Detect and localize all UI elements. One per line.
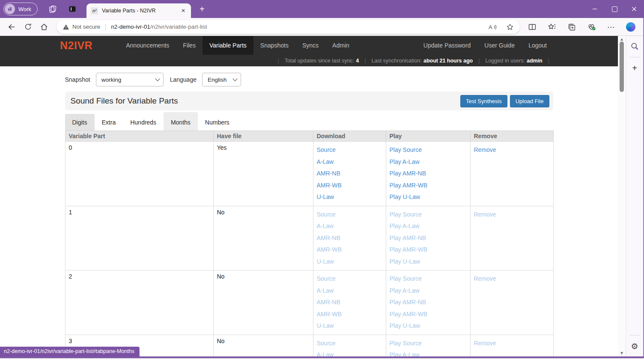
page-scrollbar[interactable]: ▲ ▼ — [618, 36, 626, 356]
nav-item-variable-parts[interactable]: Variable Parts — [203, 36, 253, 55]
maximize-button[interactable] — [605, 0, 624, 18]
download-u-law-link[interactable]: U-Law — [317, 256, 382, 268]
sidebar-add-icon[interactable]: + — [629, 63, 640, 73]
tab-months[interactable]: Months — [164, 112, 198, 131]
scroll-up-icon[interactable]: ▲ — [618, 37, 626, 41]
snapshot-value: working — [101, 77, 122, 83]
page-header-panel: Sound Files for Variable Parts Test Synt… — [65, 92, 553, 110]
tab-actions-icon[interactable] — [68, 4, 77, 14]
download-source-link[interactable]: Source — [317, 338, 382, 350]
tab-numbers[interactable]: Numbers — [198, 114, 237, 131]
download-cell: SourceA-LawAMR-NBAMR-WBU-Law — [313, 270, 386, 335]
download-a-law-link[interactable]: A-Law — [317, 349, 382, 356]
download-u-law-link[interactable]: U-Law — [317, 191, 382, 203]
scrollbar-thumb[interactable] — [620, 42, 624, 92]
nav-item-logout[interactable]: Logout — [522, 36, 554, 55]
play-source-link[interactable]: Play Source — [390, 338, 467, 350]
status-separator: | — [364, 58, 366, 64]
edge-sidebar: + ⚙ — [626, 36, 643, 356]
profile-button[interactable]: Work — [3, 3, 38, 15]
upload-file-button[interactable]: Upload File — [510, 95, 549, 107]
download-a-law-link[interactable]: A-Law — [317, 220, 382, 232]
copilot-icon[interactable] — [626, 22, 635, 32]
sync-status-bar: |Total updates since last sync:4|Last sy… — [0, 55, 618, 66]
play-amr-nb-link[interactable]: Play AMR-NB — [390, 297, 467, 309]
remove-link[interactable]: Remove — [474, 209, 550, 221]
download-amr-nb-link[interactable]: AMR-NB — [317, 168, 382, 180]
language-select[interactable]: English — [202, 73, 241, 86]
back-icon[interactable] — [3, 20, 20, 34]
download-u-law-link[interactable]: U-Law — [317, 320, 382, 332]
refresh-icon[interactable] — [20, 20, 36, 34]
play-u-law-link[interactable]: Play U-Law — [390, 256, 467, 268]
snapshot-label: Snapshot — [65, 76, 90, 83]
tab-extra[interactable]: Extra — [95, 114, 123, 131]
browser-toolbar: Not secure n2-demo-ivr-01/n2ivr/variable… — [0, 18, 644, 36]
split-screen-icon[interactable] — [528, 22, 537, 32]
nav-item-announcements[interactable]: Announcements — [119, 36, 176, 55]
play-amr-nb-link[interactable]: Play AMR-NB — [390, 168, 467, 180]
new-tab-button[interactable]: + — [197, 4, 207, 14]
sidebar-settings-icon[interactable]: ⚙ — [629, 341, 640, 351]
nav-item-files[interactable]: Files — [176, 36, 203, 55]
minimize-button[interactable] — [585, 0, 605, 18]
nav-item-admin[interactable]: Admin — [325, 36, 356, 55]
collections-icon[interactable] — [567, 22, 576, 32]
close-button[interactable] — [624, 0, 644, 18]
download-amr-nb-link[interactable]: AMR-NB — [317, 232, 382, 244]
snapshot-select[interactable]: working — [96, 73, 164, 86]
download-amr-nb-link[interactable]: AMR-NB — [317, 297, 382, 309]
remove-cell: Remove — [470, 206, 553, 270]
read-aloud-icon[interactable]: A — [488, 23, 498, 31]
play-u-law-link[interactable]: Play U-Law — [390, 191, 467, 203]
play-source-link[interactable]: Play Source — [390, 209, 467, 221]
download-source-link[interactable]: Source — [317, 144, 382, 156]
tab-close-icon[interactable]: ✕ — [180, 8, 187, 14]
download-source-link[interactable]: Source — [317, 209, 382, 221]
home-icon[interactable] — [36, 20, 52, 34]
play-a-law-link[interactable]: Play A-Law — [390, 220, 467, 232]
remove-link[interactable]: Remove — [474, 338, 550, 350]
nav-item-update-password[interactable]: Update Password — [417, 36, 478, 55]
play-source-link[interactable]: Play Source — [390, 273, 467, 285]
play-amr-wb-link[interactable]: Play AMR-WB — [390, 244, 467, 256]
sidebar-search-icon[interactable] — [629, 41, 640, 51]
download-a-law-link[interactable]: A-Law — [317, 156, 382, 168]
tab-digits[interactable]: Digits — [65, 114, 95, 131]
play-amr-wb-link[interactable]: Play AMR-WB — [390, 180, 467, 192]
tab-hundreds[interactable]: Hundreds — [123, 114, 164, 131]
nav-item-syncs[interactable]: Syncs — [295, 36, 325, 55]
play-amr-nb-link[interactable]: Play AMR-NB — [390, 232, 467, 244]
app-logo[interactable]: N2IVR — [60, 36, 92, 55]
favorite-star-icon[interactable] — [506, 23, 514, 31]
remove-link[interactable]: Remove — [474, 273, 550, 285]
play-a-law-link[interactable]: Play A-Law — [390, 285, 467, 297]
download-a-law-link[interactable]: A-Law — [317, 285, 382, 297]
nav-item-snapshots[interactable]: Snapshots — [253, 36, 295, 55]
workspaces-icon[interactable] — [48, 4, 57, 14]
chevron-down-icon — [233, 76, 237, 81]
play-u-law-link[interactable]: Play U-Law — [390, 320, 467, 332]
remove-link[interactable]: Remove — [474, 144, 550, 156]
not-secure-warning-icon — [63, 24, 69, 30]
play-amr-wb-link[interactable]: Play AMR-WB — [390, 309, 467, 320]
browser-tab[interactable]: n² Variable Parts - N2IVR ✕ — [86, 3, 191, 18]
scroll-down-icon[interactable]: ▼ — [618, 351, 626, 355]
download-amr-wb-link[interactable]: AMR-WB — [317, 309, 382, 320]
play-a-law-link[interactable]: Play A-Law — [390, 349, 467, 356]
favorites-hub-icon[interactable] — [547, 22, 557, 32]
settings-more-icon[interactable]: ⋯ — [606, 22, 616, 32]
download-source-link[interactable]: Source — [317, 273, 382, 285]
status-value: about 21 hours ago — [423, 58, 473, 64]
address-bar[interactable]: Not secure n2-demo-ivr-01/n2ivr/variable… — [57, 20, 520, 34]
play-source-link[interactable]: Play Source — [390, 144, 467, 156]
download-amr-wb-link[interactable]: AMR-WB — [317, 180, 382, 192]
test-synthesis-button[interactable]: Test Synthesis — [460, 95, 507, 107]
browser-essentials-icon[interactable] — [587, 22, 596, 32]
browser-titlebar: Work n² Variable Parts - N2IVR ✕ + — [0, 0, 644, 18]
download-amr-wb-link[interactable]: AMR-WB — [317, 244, 382, 256]
play-a-law-link[interactable]: Play A-Law — [390, 156, 467, 168]
nav-item-user-guide[interactable]: User Guide — [477, 36, 522, 55]
status-label: Total updates since last sync: — [285, 58, 355, 64]
app-navbar: N2IVR AnnouncementsFilesVariable PartsSn… — [0, 36, 618, 66]
